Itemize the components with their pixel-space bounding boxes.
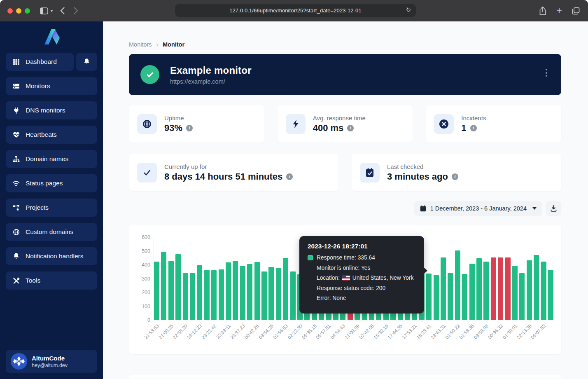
chart-bar[interactable] xyxy=(491,257,496,320)
sidebar-item-label: Tools xyxy=(26,277,40,284)
info-icon[interactable]: i xyxy=(286,173,293,180)
info-icon[interactable]: i xyxy=(470,125,477,131)
chart-bar[interactable] xyxy=(197,265,202,320)
chart-bar[interactable] xyxy=(204,270,210,320)
chart-tooltip: 2023-12-26 18:27:01 Response time: 335.6… xyxy=(299,236,424,313)
monitor-name: Example monitor xyxy=(170,65,252,76)
new-tab-icon[interactable]: + xyxy=(556,5,562,16)
chart-bar[interactable] xyxy=(505,257,511,320)
chart-bar[interactable] xyxy=(175,254,181,320)
date-range-text: 1 December, 2023 - 6 January, 2024 xyxy=(430,205,527,212)
globe-icon xyxy=(12,228,20,236)
browser-sidebar-icon[interactable] xyxy=(40,7,48,14)
chart-bar[interactable] xyxy=(527,260,532,320)
chart-bar[interactable] xyxy=(261,271,267,320)
breadcrumb-monitors-link[interactable]: Monitors xyxy=(129,41,152,48)
x-axis-label: 01:50:22 xyxy=(444,323,461,340)
chart-bar[interactable] xyxy=(498,257,503,320)
tooltip-status-code: Response status code: 200 xyxy=(317,285,385,291)
date-range-picker[interactable]: 1 December, 2023 - 6 January, 2024 xyxy=(414,201,542,216)
chart-bar[interactable] xyxy=(290,271,296,320)
chart-bar[interactable] xyxy=(254,262,260,320)
chart-bar[interactable] xyxy=(462,274,467,320)
tooltip-datetime: 2023-12-26 18:27:01 xyxy=(308,243,416,250)
sidebar-item-heartbeats[interactable]: Heartbeats xyxy=(6,126,97,144)
stat-card-incidents: Incidents 1 i xyxy=(426,105,561,143)
chart-bar[interactable] xyxy=(441,257,446,320)
chart-bar[interactable] xyxy=(448,273,453,320)
x-axis-label: 05:07:53 xyxy=(530,323,546,340)
y-axis-label: 400 xyxy=(142,262,150,268)
chart-bar[interactable] xyxy=(469,264,475,320)
x-axis-label: 04:54:43 xyxy=(329,323,346,340)
back-button[interactable] xyxy=(60,7,65,14)
minimize-window-button[interactable] xyxy=(16,8,21,14)
notifications-button[interactable] xyxy=(76,53,97,71)
chart-bar[interactable] xyxy=(190,273,195,320)
tooltip-online: Monitor is online: Yes xyxy=(317,265,370,271)
sidebar-item-status-pages[interactable]: Status pages xyxy=(6,174,97,192)
chart-bar[interactable] xyxy=(247,264,252,320)
info-icon[interactable]: i xyxy=(186,125,193,131)
sidebar-item-notification-handlers[interactable]: Notification handlers xyxy=(6,247,97,265)
stat-card-uptime: Uptime 93% i xyxy=(129,105,264,143)
address-bar[interactable]: 127.0.0.1/66uptime/monitor/25?start_date… xyxy=(175,4,416,17)
chart-bar[interactable] xyxy=(512,266,518,320)
chart-bar[interactable] xyxy=(226,262,231,320)
info-icon[interactable]: i xyxy=(347,125,354,131)
chart-bar[interactable] xyxy=(426,274,432,320)
x-axis-label: 21:00:25 xyxy=(158,323,174,340)
chart-bar[interactable] xyxy=(154,262,159,320)
download-icon xyxy=(551,205,557,212)
close-window-button[interactable] xyxy=(7,8,13,14)
x-axis-label: 23:22:42 xyxy=(201,323,217,340)
user-card[interactable]: AltumCode hey@altum.dev xyxy=(6,350,97,373)
tooltip-error: Error: None xyxy=(317,295,346,301)
chart-bar[interactable] xyxy=(541,262,546,320)
sidebar-item-projects[interactable]: Projects xyxy=(6,199,97,217)
chart-bar[interactable] xyxy=(276,268,281,320)
chart-bar[interactable] xyxy=(168,261,174,320)
chart-bar[interactable] xyxy=(548,270,553,320)
chart-bar[interactable] xyxy=(483,262,489,320)
x-axis-label: 03:58:08 xyxy=(473,323,489,340)
download-report-button[interactable] xyxy=(546,201,561,216)
chart-bar[interactable] xyxy=(161,252,166,320)
chart-bar[interactable] xyxy=(476,258,482,320)
chart-bar[interactable] xyxy=(519,273,525,320)
chevron-down-icon[interactable]: ▾ xyxy=(51,9,53,13)
sidebar-item-label: Custom domains xyxy=(26,228,73,236)
forward-button[interactable] xyxy=(74,7,78,14)
chart-bar[interactable] xyxy=(455,250,460,320)
chart-bar[interactable] xyxy=(268,267,274,320)
sidebar-item-dns-monitors[interactable]: DNS monitors xyxy=(6,101,97,119)
chart-bar[interactable] xyxy=(211,270,217,320)
reload-icon[interactable]: ↻ xyxy=(406,6,411,14)
chart-bar[interactable] xyxy=(219,269,224,320)
sidebar-item-custom-domains[interactable]: Custom domains xyxy=(6,223,97,241)
chart-bar[interactable] xyxy=(233,261,238,320)
x-axis-label: 05:57:51 xyxy=(315,323,331,340)
chart-bar[interactable] xyxy=(283,258,288,320)
share-icon[interactable] xyxy=(539,7,546,15)
zoom-window-button[interactable] xyxy=(25,8,30,14)
sidebar-item-dashboard[interactable]: Dashboard xyxy=(6,53,74,71)
x-axis-label: 21:53:53 xyxy=(143,323,160,340)
x-axis-label: 01:58:35 xyxy=(458,323,475,340)
info-icon[interactable]: i xyxy=(452,173,458,180)
stat-value: 8 days 14 hours 51 minutes xyxy=(164,171,282,182)
sidebar-item-monitors[interactable]: Monitors xyxy=(6,77,97,95)
chart-bar[interactable] xyxy=(183,273,188,320)
stat-label: Incidents xyxy=(461,115,486,122)
chart-bar[interactable] xyxy=(434,275,439,321)
sidebar-item-domain-names[interactable]: Domain names xyxy=(6,150,97,168)
tab-overview-icon[interactable] xyxy=(572,7,580,15)
sidebar-item-tools[interactable]: Tools xyxy=(6,271,97,290)
app-logo[interactable] xyxy=(0,21,103,53)
chart-bar[interactable] xyxy=(240,266,245,320)
tooltip-location: Location: United States, New York xyxy=(317,275,413,281)
sidebar-item-label: Status pages xyxy=(26,180,63,187)
chart-bar[interactable] xyxy=(534,255,539,320)
monitor-menu-button[interactable] xyxy=(546,69,547,77)
y-axis-label: 0 xyxy=(147,317,150,323)
